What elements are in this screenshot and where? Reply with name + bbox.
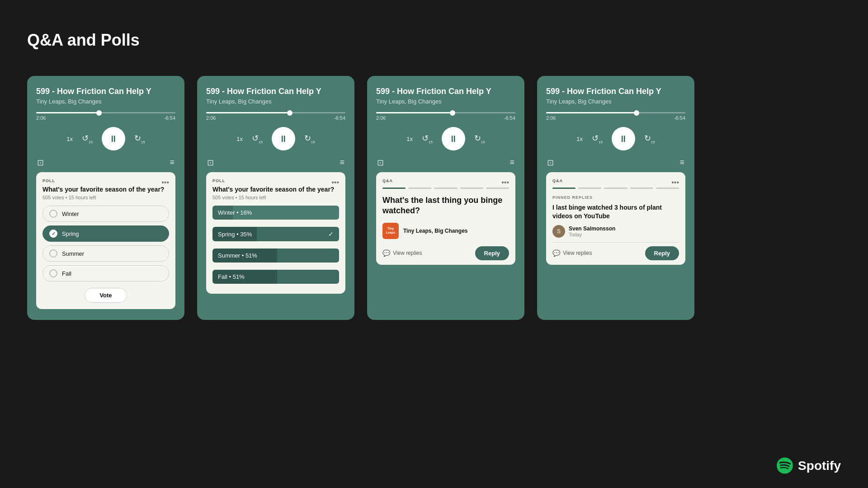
- qa-tab-4[interactable]: [460, 188, 483, 189]
- qa-tab-4-3[interactable]: [604, 188, 627, 189]
- qa-badge-4: Q&A: [552, 178, 679, 183]
- qa-tab-1[interactable]: [382, 188, 406, 189]
- queue-icon-3[interactable]: ⊡: [377, 158, 384, 168]
- poll-option-fall-label: Fall: [62, 270, 71, 277]
- rewind-icon-3[interactable]: ↺15: [422, 133, 433, 144]
- speed-2[interactable]: 1x: [236, 136, 243, 142]
- qa-tab-2[interactable]: [408, 188, 431, 189]
- controls-2: 1x ↺15 ⏸ ↻15: [206, 127, 345, 150]
- check-spring: ✓: [328, 230, 334, 238]
- progress-thumb-3: [450, 110, 455, 116]
- progress-bar-bg-4[interactable]: [546, 112, 685, 113]
- poll-option-winter[interactable]: Winter: [42, 206, 169, 222]
- progress-times-4: 2:06 -6:54: [546, 115, 685, 121]
- radio-winter: [49, 210, 57, 218]
- card-qa-pinned: 599 - How Friction Can Help Y Tiny Leaps…: [537, 76, 694, 320]
- speed-4[interactable]: 1x: [576, 136, 583, 142]
- controls-3: 1x ↺15 ⏸ ↻15: [376, 127, 515, 150]
- poll-badge-2: POLL: [212, 178, 339, 183]
- qa-tab-4-2[interactable]: [578, 188, 601, 189]
- pause-button-1[interactable]: ⏸: [102, 127, 125, 150]
- poll-option-fall[interactable]: Fall: [42, 265, 169, 282]
- menu-icon-4[interactable]: ≡: [679, 158, 684, 168]
- author-name: Sven Salmonsson: [569, 225, 615, 232]
- qa-tab-4-5[interactable]: [656, 188, 679, 189]
- qa-tab-3[interactable]: [434, 188, 457, 189]
- radio-fall: [49, 269, 57, 277]
- chat-icon-4: 💬: [552, 249, 560, 257]
- chat-icon-3: 💬: [382, 249, 390, 257]
- progress-bar-bg-3[interactable]: [376, 112, 515, 113]
- spotify-label: Spotify: [798, 459, 841, 473]
- speed-1[interactable]: 1x: [66, 136, 73, 142]
- queue-icon-4[interactable]: ⊡: [547, 158, 554, 168]
- progress-thumb-4: [634, 110, 639, 116]
- qa-tab-5[interactable]: [486, 188, 509, 189]
- poll-option-summer[interactable]: Summer: [42, 245, 169, 262]
- reply-button-3[interactable]: Reply: [475, 246, 509, 260]
- controls-1: 1x ↺15 ⏸ ↻15: [36, 127, 175, 150]
- more-button-1[interactable]: •••: [161, 178, 169, 187]
- progress-container-4: 2:06 -6:54: [546, 112, 685, 121]
- result-spring: Spring • 35% ✓: [212, 227, 339, 241]
- menu-icon-2[interactable]: ≡: [340, 158, 344, 168]
- view-replies-button-4[interactable]: 💬 View replies: [552, 249, 592, 257]
- vote-button-1[interactable]: Vote: [85, 288, 127, 303]
- qa-tab-4-1[interactable]: [552, 188, 576, 189]
- pause-button-2[interactable]: ⏸: [272, 127, 295, 150]
- poll-option-winter-label: Winter: [62, 211, 79, 217]
- progress-container-3: 2:06 -6:54: [376, 112, 515, 121]
- queue-icon-1[interactable]: ⊡: [37, 158, 44, 168]
- more-button-4[interactable]: •••: [671, 178, 679, 187]
- progress-container-2: 2:06 -6:54: [206, 112, 345, 121]
- forward-icon-3[interactable]: ↻15: [474, 133, 485, 144]
- menu-icon-3[interactable]: ≡: [509, 158, 514, 168]
- card-poll-vote: 599 - How Friction Can Help Y Tiny Leaps…: [27, 76, 184, 320]
- qa-source-name-3: Tiny Leaps, Big Changes: [403, 228, 467, 234]
- forward-icon-1[interactable]: ↻15: [134, 133, 145, 144]
- forward-icon-4[interactable]: ↻15: [644, 133, 655, 144]
- progress-times-1: 2:06 -6:54: [36, 115, 175, 121]
- more-button-2[interactable]: •••: [331, 178, 339, 187]
- rewind-icon-4[interactable]: ↺15: [592, 133, 603, 144]
- progress-bar-bg-2[interactable]: [206, 112, 345, 113]
- pause-button-4[interactable]: ⏸: [612, 127, 635, 150]
- card-poll-results: 599 - How Friction Can Help Y Tiny Leaps…: [197, 76, 354, 320]
- progress-times-3: 2:06 -6:54: [376, 115, 515, 121]
- poll-question-1: What's your favorite season of the year?: [42, 186, 169, 193]
- result-summer: Summer • 51%: [212, 249, 339, 263]
- qa-tabs-4: [552, 188, 679, 189]
- poll-option-spring[interactable]: Spring: [42, 225, 169, 242]
- podcast-title-1: 599 - How Friction Can Help Y: [36, 87, 175, 96]
- card-icons-row-2: ⊡ ≡: [206, 158, 345, 168]
- reply-button-4[interactable]: Reply: [645, 246, 679, 260]
- result-label-fall: Fall • 51%: [218, 273, 245, 280]
- poll-results-card: ••• POLL What's your favorite season of …: [206, 172, 345, 294]
- time-remaining-1: -6:54: [164, 115, 175, 121]
- poll-badge-1: POLL: [42, 178, 169, 183]
- time-current-4: 2:06: [546, 115, 556, 121]
- view-replies-button-3[interactable]: 💬 View replies: [382, 249, 422, 257]
- qa-footer-3: 💬 View replies Reply: [382, 246, 509, 260]
- rewind-icon-1[interactable]: ↺15: [82, 133, 93, 144]
- qa-badge-3: Q&A: [382, 178, 509, 183]
- qa-tab-4-4[interactable]: [630, 188, 653, 189]
- pinned-section: PINNED REPLIES I last binge watched 3 ho…: [552, 195, 679, 238]
- result-label-winter: Winter • 16%: [218, 209, 252, 216]
- podcast-title-2: 599 - How Friction Can Help Y: [206, 87, 345, 96]
- pause-icon-3: ⏸: [449, 134, 458, 144]
- menu-icon-1[interactable]: ≡: [170, 158, 175, 168]
- pinned-reply-text: I last binge watched 3 hours of plant vi…: [552, 203, 679, 221]
- progress-thumb-1: [96, 110, 102, 116]
- qa-card-4: ••• Q&A PINNED REPLIES I last binge watc…: [546, 172, 685, 265]
- more-button-3[interactable]: •••: [501, 178, 509, 187]
- queue-icon-2[interactable]: ⊡: [207, 158, 214, 168]
- speed-3[interactable]: 1x: [406, 136, 413, 142]
- progress-bar-bg-1[interactable]: [36, 112, 175, 113]
- forward-icon-2[interactable]: ↻15: [304, 133, 315, 144]
- pause-button-3[interactable]: ⏸: [442, 127, 465, 150]
- poll-option-spring-label: Spring: [62, 230, 79, 237]
- view-replies-label-3: View replies: [393, 250, 422, 256]
- pause-icon-4: ⏸: [619, 134, 628, 144]
- rewind-icon-2[interactable]: ↺15: [252, 133, 263, 144]
